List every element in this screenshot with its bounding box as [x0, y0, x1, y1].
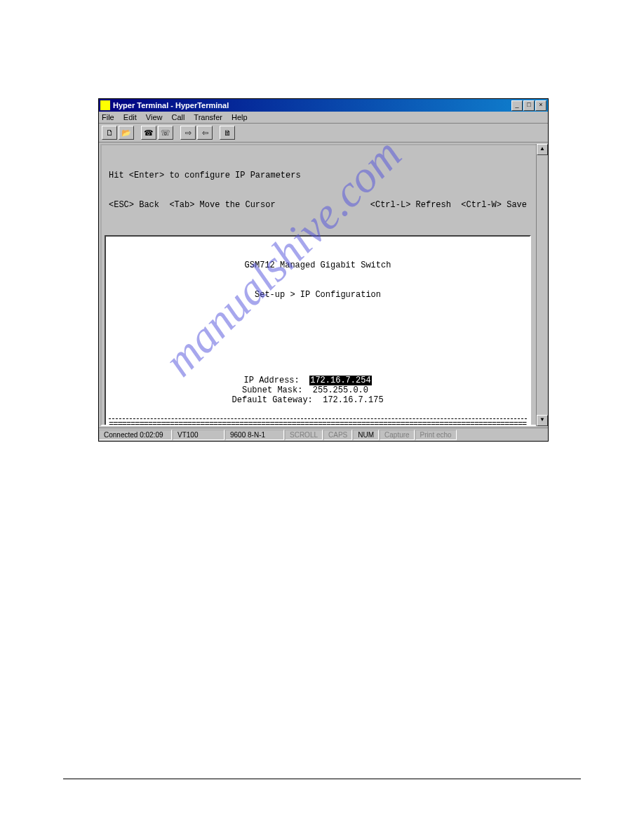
send-icon[interactable]: ⇨ — [180, 126, 196, 140]
default-gateway-value[interactable]: 172.16.7.175 — [323, 395, 383, 405]
screen-title-1: GSM712 Managed Gigabit Switch — [109, 260, 527, 270]
scroll-down-icon[interactable]: ▼ — [537, 415, 548, 426]
status-connected: Connected 0:02:09 — [99, 430, 172, 440]
titlebar[interactable]: Hyper Terminal - HyperTerminal _ □ × — [99, 99, 548, 112]
subnet-mask-label: Subnet Mask: — [242, 385, 302, 395]
telephone-disconnect-icon[interactable]: ☏ — [158, 126, 173, 140]
status-scroll: SCROLL — [285, 430, 323, 440]
help-line1: Hit <Enter> to configure IP Parameters — [109, 171, 301, 180]
application-window: Hyper Terminal - HyperTerminal _ □ × Fil… — [98, 98, 549, 442]
toolbar: 🗋 📂 ☎ ☏ ⇨ ⇦ 🗎 — [99, 124, 548, 143]
menubar: File Edit View Call Transfer Help — [99, 112, 548, 124]
status-caps: CAPS — [323, 430, 352, 440]
terminal-screen: GSM712 Managed Gigabit Switch Set-up > I… — [105, 235, 531, 426]
help-header: Hit <Enter> to configure IP Parameters <… — [105, 148, 531, 235]
divider: ========================================… — [109, 418, 527, 426]
default-gateway-label: Default Gateway: — [232, 395, 313, 405]
terminal-area: Hit <Enter> to configure IP Parameters <… — [99, 143, 548, 428]
open-doc-icon[interactable]: 📂 — [119, 126, 134, 140]
close-button[interactable]: × — [535, 100, 546, 111]
status-emulation: VT100 — [173, 430, 224, 440]
status-settings: 9600 8-N-1 — [225, 430, 284, 440]
screen-title-2: Set-up > IP Configuration — [109, 290, 527, 300]
subnet-mask-value[interactable]: 255.255.0.0 — [313, 385, 368, 395]
maximize-button[interactable]: □ — [523, 100, 535, 111]
status-capture: Capture — [380, 430, 415, 440]
status-num: NUM — [353, 430, 379, 440]
new-doc-icon[interactable]: 🗋 — [102, 126, 117, 140]
menu-help[interactable]: Help — [232, 113, 248, 121]
ip-config-fields: IP Address: 172.16.7.254 Subnet Mask: 25… — [109, 376, 527, 405]
menu-view[interactable]: View — [146, 113, 163, 121]
window-controls: _ □ × — [511, 100, 546, 111]
menu-call[interactable]: Call — [172, 113, 185, 121]
menu-file[interactable]: File — [102, 113, 114, 121]
page-footer-rule — [63, 779, 581, 779]
window-title: Hyper Terminal - HyperTerminal — [113, 101, 511, 110]
statusbar: Connected 0:02:09 VT100 9600 8-N-1 SCROL… — [99, 428, 548, 441]
vertical-scrollbar[interactable]: ▲ ▼ — [536, 144, 546, 426]
terminal-content[interactable]: Hit <Enter> to configure IP Parameters <… — [100, 144, 546, 426]
menu-edit[interactable]: Edit — [123, 113, 137, 121]
help-line2-left: <ESC> Back <Tab> Move the Cursor — [109, 200, 301, 210]
receive-icon[interactable]: ⇦ — [197, 126, 213, 140]
menu-transfer[interactable]: Transfer — [194, 113, 222, 121]
status-echo: Print echo — [415, 430, 457, 440]
minimize-button[interactable]: _ — [511, 100, 523, 111]
ip-address-label: IP Address: — [244, 376, 300, 385]
help-line2-right: <Ctrl-L> Refresh <Ctrl-W> Save — [370, 200, 527, 210]
scroll-up-icon[interactable]: ▲ — [537, 144, 548, 155]
ip-address-value[interactable]: 172.16.7.254 — [309, 376, 371, 385]
app-icon — [100, 100, 110, 110]
properties-icon[interactable]: 🗎 — [220, 126, 235, 140]
telephone-connect-icon[interactable]: ☎ — [141, 126, 156, 140]
